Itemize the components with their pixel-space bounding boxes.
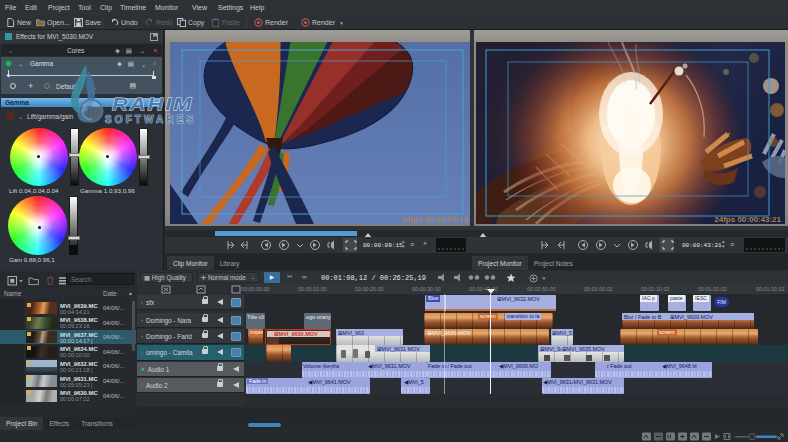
svg-text:SOFTWARES: SOFTWARES	[105, 114, 196, 125]
svg-text:24fps 00:00:09:15: 24fps 00:00:09:15	[401, 215, 468, 224]
svg-text:24fps 00:00:43:21: 24fps 00:00:43:21	[714, 215, 781, 224]
svg-text:RAHIM: RAHIM	[112, 94, 194, 113]
svg-text:R: R	[84, 104, 94, 119]
